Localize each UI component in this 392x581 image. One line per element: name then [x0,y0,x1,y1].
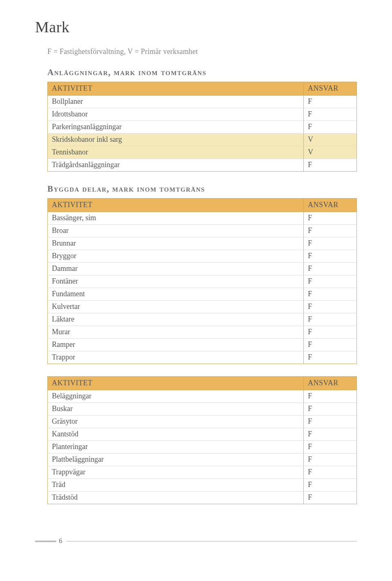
table-row: BryggorF [48,250,357,263]
cell-aktivitet: Beläggningar [48,390,304,403]
cell-aktivitet: Trappor [48,351,304,364]
table-3: AKTIVITET ANSVAR BeläggningarFBuskarFGrä… [47,376,357,504]
cell-aktivitet: Fontäner [48,275,304,288]
cell-ansvar: F [304,212,357,225]
cell-ansvar: F [304,96,357,108]
cell-aktivitet: Trädgårdsanläggningar [48,159,304,172]
table-row: MurarF [48,326,357,339]
cell-ansvar: V [304,134,357,146]
table-row: BollplanerF [48,96,357,108]
cell-ansvar: F [304,288,357,301]
cell-ansvar: F [304,403,357,416]
cell-aktivitet: Läktare [48,313,304,326]
cell-aktivitet: Broar [48,225,304,237]
table-row: TrädF [48,479,357,492]
cell-ansvar: F [304,301,357,313]
table-row: IdrottsbanorF [48,108,357,121]
cell-ansvar: F [304,466,357,479]
cell-aktivitet: Planteringar [48,441,304,454]
cell-aktivitet: Gräsytor [48,416,304,428]
footer-rule-thin [67,541,357,542]
table-row: TrädgårdsanläggningarF [48,159,357,172]
cell-ansvar: F [304,263,357,275]
table-row: TrädstödF [48,492,357,504]
cell-ansvar: F [304,441,357,454]
table3-header-aktivitet: AKTIVITET [48,377,304,390]
cell-aktivitet: Fundament [48,288,304,301]
table-row: FontänerF [48,275,357,288]
table-row: BroarF [48,225,357,237]
table-row: PlattbeläggningarF [48,454,357,466]
section-heading-2: Byggda delar, mark inom tomtgräns [47,184,357,194]
cell-ansvar: F [304,159,357,172]
table1-header-ansvar: ANSVAR [304,82,357,96]
cell-aktivitet: Skridskobanor inkl sarg [48,134,304,146]
table-row: BuskarF [48,403,357,416]
legend-text: F = Fastighetsförvaltning, V = Primär ve… [47,47,357,56]
cell-aktivitet: Ramper [48,339,304,351]
table-2: AKTIVITET ANSVAR Bassänger, simFBroarFBr… [47,198,357,364]
page-footer: 6 [35,537,357,546]
table-row: RamperF [48,339,357,351]
cell-ansvar: F [304,121,357,134]
table-row: DammarF [48,263,357,275]
table2-header-ansvar: ANSVAR [304,199,357,212]
cell-aktivitet: Plattbeläggningar [48,454,304,466]
cell-ansvar: F [304,479,357,492]
cell-aktivitet: Parkeringsanläggningar [48,121,304,134]
table-row: TennisbanorV [48,146,357,159]
cell-aktivitet: Dammar [48,263,304,275]
section-2: AKTIVITET ANSVAR Bassänger, simFBroarFBr… [47,198,357,364]
table-row: Bassänger, simF [48,212,357,225]
table-row: BeläggningarF [48,390,357,403]
table-row: Skridskobanor inkl sargV [48,134,357,146]
cell-aktivitet: Kulvertar [48,301,304,313]
table-row: KulvertarF [48,301,357,313]
table-row: KantstödF [48,428,357,441]
table2-header-aktivitet: AKTIVITET [48,199,304,212]
cell-ansvar: F [304,416,357,428]
table3-header-ansvar: ANSVAR [304,377,357,390]
cell-aktivitet: Tennisbanor [48,146,304,159]
cell-ansvar: F [304,339,357,351]
cell-ansvar: F [304,250,357,263]
table-row: BrunnarF [48,237,357,250]
cell-aktivitet: Bassänger, sim [48,212,304,225]
cell-aktivitet: Brunnar [48,237,304,250]
table-row: LäktareF [48,313,357,326]
footer-rule-thick [35,541,56,542]
cell-aktivitet: Trappvägar [48,466,304,479]
cell-aktivitet: Bollplaner [48,96,304,108]
cell-ansvar: F [304,275,357,288]
page-title: Mark [35,18,357,36]
table-row: PlanteringarF [48,441,357,454]
table1-header-aktivitet: AKTIVITET [48,82,304,96]
cell-aktivitet: Trädstöd [48,492,304,504]
section-heading-1: Anläggningar, mark inom tomtgräns [47,67,357,78]
cell-ansvar: F [304,225,357,237]
cell-ansvar: F [304,108,357,121]
table-row: TrappvägarF [48,466,357,479]
section-1: AKTIVITET ANSVAR BollplanerFIdrottsbanor… [47,82,357,172]
cell-ansvar: F [304,351,357,364]
cell-ansvar: F [304,492,357,504]
cell-aktivitet: Murar [48,326,304,339]
cell-ansvar: F [304,237,357,250]
cell-aktivitet: Buskar [48,403,304,416]
cell-aktivitet: Träd [48,479,304,492]
cell-ansvar: F [304,428,357,441]
page-number: 6 [59,537,62,546]
cell-ansvar: F [304,454,357,466]
cell-ansvar: F [304,390,357,403]
cell-aktivitet: Idrottsbanor [48,108,304,121]
table-row: GräsytorF [48,416,357,428]
section-3: AKTIVITET ANSVAR BeläggningarFBuskarFGrä… [47,376,357,504]
table-1: AKTIVITET ANSVAR BollplanerFIdrottsbanor… [47,82,357,172]
table-row: ParkeringsanläggningarF [48,121,357,134]
cell-aktivitet: Kantstöd [48,428,304,441]
table-row: FundamentF [48,288,357,301]
table-row: TrapporF [48,351,357,364]
cell-aktivitet: Bryggor [48,250,304,263]
cell-ansvar: F [304,313,357,326]
cell-ansvar: V [304,146,357,159]
